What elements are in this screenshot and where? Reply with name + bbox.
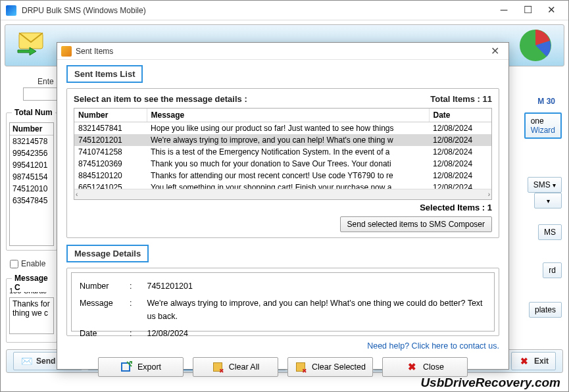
cell-message: Thank you so much for your donation to S… [147, 158, 429, 170]
cell-number: 8845120120 [74, 170, 147, 182]
cell-number: 8321457841 [74, 122, 147, 135]
bg-phone-wizard[interactable]: one Wizard [524, 112, 562, 139]
window-title: DRPU Bulk SMS (Windows Mobile) [22, 6, 492, 15]
dialog-body: Sent Items List Select an item to see th… [57, 60, 508, 369]
bg-row-4: 74512010 [10, 183, 53, 195]
bg-col-number: Number [10, 123, 53, 135]
table-row[interactable]: 8845120120Thanks for attending our most … [74, 170, 491, 182]
close-button[interactable]: Close [382, 357, 468, 377]
selected-items-label: Selected Items : 1 [74, 203, 492, 212]
bg-msg-textarea[interactable]: Thanks for thing we c [9, 297, 54, 334]
bg-total-num-label: Total Num [12, 108, 55, 117]
items-table[interactable]: Number Message Date 8321457841Hope you l… [74, 108, 492, 200]
bg-ms-btn[interactable]: MS [538, 224, 562, 240]
bg-row-0: 83214578 [10, 135, 53, 147]
send-to-composer-button[interactable]: Send selected items to SMS Composer [340, 216, 492, 232]
clear-all-icon [212, 361, 224, 373]
cell-message: Hope you like using our product so far! … [147, 122, 429, 135]
horizontal-scrollbar[interactable]: ‹ › [74, 189, 491, 199]
bg-rd-btn[interactable]: rd [543, 262, 562, 278]
export-button[interactable]: Export [98, 357, 184, 377]
col-date[interactable]: Date [429, 109, 491, 122]
clear-selected-icon [295, 361, 307, 373]
detail-date-label: Date [80, 327, 124, 340]
close-window-button[interactable]: ✕ [539, 3, 563, 18]
cell-message: Thanks for attending our most recent con… [147, 170, 429, 182]
cell-number: 8745120369 [74, 158, 147, 170]
sent-items-dialog: Sent Items ✕ Sent Items List Select an i… [57, 42, 509, 370]
instruction-text: Select an item to see the message detail… [74, 94, 247, 104]
clear-selected-button[interactable]: Clear Selected [287, 357, 373, 377]
table-row[interactable]: 8745120369Thank you so much for your don… [74, 158, 491, 170]
bg-plates-btn[interactable]: plates [529, 302, 562, 318]
table-row[interactable]: 7451201201We're always trying to improve… [74, 134, 491, 146]
detail-message-label: Message [80, 297, 124, 323]
app-icon [6, 5, 16, 16]
cell-message: This is a test of the Emergency Notifica… [147, 146, 429, 158]
total-items-label: Total Items : 11 [430, 94, 492, 104]
cell-date: 12/08/2024 [429, 122, 491, 135]
cell-date: 12/08/2024 [429, 158, 491, 170]
cell-date: 12/08/2024 [429, 170, 491, 182]
bg-row-3: 98745154 [10, 171, 53, 183]
bg-enable-checkbox-input[interactable] [10, 260, 18, 268]
scroll-right-icon[interactable]: › [488, 191, 490, 198]
bg-enable-checkbox[interactable]: Enable [10, 259, 45, 268]
minimize-button[interactable]: ─ [492, 3, 516, 18]
col-number[interactable]: Number [74, 109, 147, 122]
bg-sms-dropdown-2[interactable]: ▾ [534, 193, 562, 208]
dialog-close-button[interactable]: ✕ [485, 45, 505, 57]
table-row[interactable]: 7410741258This is a test of the Emergenc… [74, 146, 491, 158]
details-box: Number: 7451201201 Message: We're always… [71, 272, 495, 331]
help-link[interactable]: Need help? Click here to contact us. [66, 341, 499, 351]
cell-number: 7451201201 [74, 134, 147, 146]
maximize-button[interactable]: ☐ [516, 3, 539, 18]
detail-number-label: Number [80, 280, 124, 293]
bg-message-group: Message C 133 Charac Thanks for thing we… [6, 278, 57, 343]
pie-chart-icon [518, 28, 554, 64]
bg-number-list: Number 83214578 99542356 99541201 987451… [9, 122, 54, 246]
detail-date-value: 12/08/2024 [147, 327, 188, 340]
main-body: Ente Total Num Number 83214578 99542356 … [1, 20, 568, 391]
exit-icon: ✖ [518, 355, 530, 367]
cell-number: 7410741258 [74, 146, 147, 158]
detail-message-value: We're always trying to improve, and you … [147, 297, 486, 323]
detail-number-value: 7451201201 [147, 280, 193, 293]
close-icon [406, 361, 418, 373]
table-row[interactable]: 8321457841Hope you like using our produc… [74, 122, 491, 135]
dialog-button-row: Export Clear All Clear Selected Close [66, 357, 499, 377]
exit-button[interactable]: ✖Exit [511, 352, 556, 370]
sent-items-list-label: Sent Items List [66, 65, 143, 83]
bg-enter-input[interactable] [23, 87, 57, 101]
cell-message: We're always trying to improve, and you … [147, 134, 429, 146]
dialog-title: Sent Items [76, 47, 485, 56]
titlebar: DRPU Bulk SMS (Windows Mobile) ─ ☐ ✕ [1, 1, 568, 20]
bg-enter-label: Ente [37, 77, 54, 86]
envelope-icon: ✉️ [20, 355, 32, 367]
svg-rect-2 [122, 363, 130, 371]
bg-number-group: Total Num Number 83214578 99542356 99541… [6, 112, 57, 251]
watermark: UsbDriveRecovery.com [420, 376, 560, 390]
main-window: DRPU Bulk SMS (Windows Mobile) ─ ☐ ✕ Ent… [0, 0, 569, 392]
cell-date: 12/08/2024 [429, 134, 491, 146]
export-icon [120, 361, 132, 373]
list-panel: Select an item to see the message detail… [66, 88, 499, 238]
cell-date: 12/08/2024 [429, 146, 491, 158]
bg-sms-dropdown-1[interactable]: SMS ▾ [528, 177, 562, 193]
bg-row-1: 99542356 [10, 147, 53, 159]
dialog-titlebar: Sent Items ✕ [57, 43, 508, 60]
clear-all-button[interactable]: Clear All [193, 357, 278, 377]
col-message[interactable]: Message [147, 109, 429, 122]
dialog-icon [61, 46, 72, 57]
bg-m30: M 30 [537, 97, 555, 106]
bg-row-5: 63547845 [10, 195, 53, 207]
bg-row-2: 99541201 [10, 159, 53, 171]
message-details-label: Message Details [66, 245, 149, 262]
mail-send-icon [15, 30, 48, 57]
details-panel: Number: 7451201201 Message: We're always… [66, 268, 499, 336]
bg-msg-c-label: Message C [12, 274, 57, 292]
scroll-left-icon[interactable]: ‹ [76, 191, 78, 198]
